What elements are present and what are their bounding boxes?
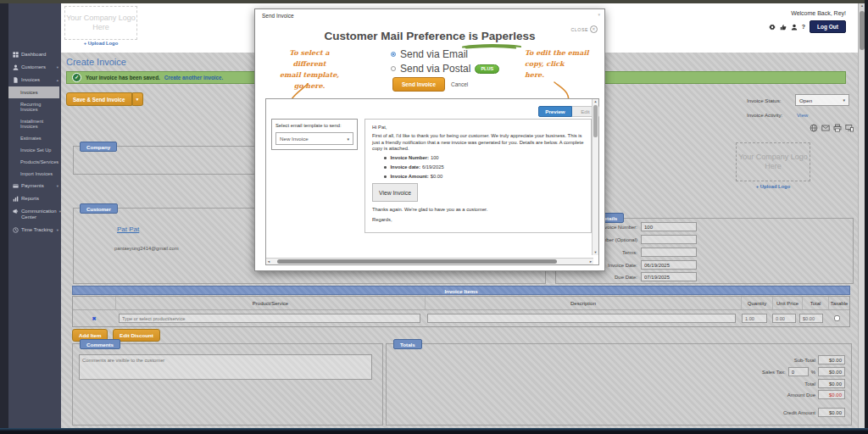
sidebar-item-label: Invoices [21,77,40,83]
description-input[interactable] [427,314,736,323]
chevron-down-icon: ▾ [57,227,58,233]
submenu-item-recurring-invoices[interactable]: Recurring Invoices [8,98,61,115]
invoice-activity-view-link[interactable]: View [797,112,808,118]
devices-icon[interactable] [845,124,854,132]
subtotal-value: $0.00 [818,355,845,364]
window-top-edge [0,0,868,3]
modal-resize-icon[interactable]: ▾ [598,12,600,17]
template-select-label: Select email template to send: [275,123,342,128]
sidebar-item-customers[interactable]: Customers ▾ [8,61,61,74]
email-icon[interactable] [821,124,830,132]
printer-icon[interactable] [833,124,842,132]
submenu-item-products-services[interactable]: Products/Services [8,156,61,168]
send-via-postal-option[interactable]: Send via Postal PLUS [391,63,499,75]
invoice-status-dropdown[interactable]: Open ▾ [795,94,849,106]
save-send-invoice-label[interactable]: Save & Send Invoice [66,92,132,106]
po-number-input[interactable] [641,235,697,244]
chevron-up-icon: ▴ [57,77,58,83]
person-icon[interactable] [791,24,798,31]
sidebar-item-payments[interactable]: Payments ▾ [8,180,61,192]
send-via-email-option[interactable]: Send via Email [391,48,499,60]
sales-tax-input[interactable] [788,367,809,376]
submenu-item-installment-invoices[interactable]: Installment Invoices [8,115,61,132]
quantity-input[interactable] [742,314,767,323]
submenu-item-estimates[interactable]: Estimates [8,132,61,144]
totals-section-tab: Totals [393,339,422,349]
cancel-link[interactable]: Cancel [451,81,468,87]
submenu-item-invoices[interactable]: Invoices [8,86,59,98]
radio-selected-icon[interactable] [391,52,396,57]
comments-section-box [72,343,383,426]
scrollbar-thumb[interactable] [277,259,557,264]
chevron-down-icon: ▾ [57,183,58,189]
preview-button[interactable]: Preview [538,106,572,117]
line-total-input[interactable] [799,314,823,323]
panel-horizontal-scrollbar[interactable]: ◄ ► [266,258,593,264]
success-message: Your invoice has been saved. [86,75,160,81]
template-dropdown[interactable]: New Invoice ▾ [275,132,353,145]
page-title: Create Invoice [66,57,126,67]
unit-price-column-header: Unit Price [773,297,803,309]
invoice-date-input[interactable] [641,260,697,270]
welcome-text: Welcome Back, Rey! [791,10,846,16]
submenu-item-import-invoices[interactable]: Import Invoices [8,168,61,180]
save-send-invoice-button[interactable]: Save & Send Invoice ▼ [66,92,143,106]
comments-section-tab: Comments [80,339,120,349]
sidebar-item-time-tracking[interactable]: Time Tracking ▾ [8,224,61,236]
thumbs-up-icon[interactable] [780,24,787,31]
quantity-column-header: Quantity [742,297,773,309]
window-right-edge [865,0,868,434]
template-select-box: Select email template to send: New Invoi… [271,119,358,150]
invoice-activity-label: Invoice Activity: [747,112,782,118]
upload-logo-link[interactable]: + Upload Logo [64,41,137,46]
help-icon[interactable]: ? [802,24,805,30]
sidebar-item-communication-center[interactable]: Communication Center ▾ [8,205,61,224]
create-another-invoice-link[interactable]: Create another invoice. [164,75,224,81]
logout-button[interactable]: Log Out [810,20,846,33]
invoice-upload-logo-link[interactable]: + Upload Logo [736,184,810,189]
sales-tax-value: $0.00 [818,367,845,376]
save-send-caret-icon[interactable]: ▼ [132,92,143,106]
total-column-header: Total [803,297,829,309]
sidebar-item-dashboard[interactable]: Dashboard [8,48,61,61]
app-window: Dashboard Customers ▾ Invoices ▴ Invoice… [0,0,868,434]
panel-vertical-scrollbar[interactable]: ▲ ▼ [592,99,598,255]
scrollbar-thumb[interactable] [593,105,598,137]
invoice-number-input[interactable] [641,222,697,231]
amount-due-label: Amount Due [787,392,815,398]
annotation-right: To edit the email copy, click here. [525,47,593,81]
sidebar: Dashboard Customers ▾ Invoices ▴ Invoice… [8,0,61,434]
product-service-input[interactable] [119,314,420,323]
plus-badge: PLUS [475,64,499,74]
submenu-item-invoice-set-up[interactable]: Invoice Set Up [8,144,61,156]
credit-amount-row: Credit Amount $0.00 [783,408,845,417]
sidebar-item-reports[interactable]: Reports [8,192,61,205]
modal-title: Send Invoice [262,13,294,19]
actions-column-header [73,297,116,309]
due-date-input[interactable] [641,272,697,281]
comments-textarea[interactable] [79,354,372,380]
unit-price-input[interactable] [772,314,796,323]
invoice-item-row: ✖ [73,310,849,326]
sidebar-item-label: Payments [21,183,44,189]
totals-section-box: Sub-Total $0.00 Sales Tax: % $0.00 Total… [386,343,852,426]
bar-chart-icon [13,196,19,202]
customer-name-link[interactable]: Pat Pat [117,225,139,233]
sidebar-item-invoices[interactable]: Invoices ▴ [8,74,61,86]
globe-icon[interactable] [810,124,818,132]
sidebar-item-label: Time Tracking [21,227,53,233]
invoice-status-value: Open [799,97,812,103]
megaphone-icon [13,209,19,214]
invoice-items-table: Product/Service Description Quantity Uni… [72,296,850,327]
delete-row-icon[interactable]: ✖ [92,315,96,321]
taxable-checkbox[interactable] [834,315,840,321]
terms-input[interactable] [641,248,697,257]
percent-sign: % [811,370,815,375]
send-invoice-button[interactable]: Send Invoice [392,77,445,92]
gear-icon[interactable] [769,24,776,31]
grid-icon [13,52,19,58]
chevron-down-icon: ▾ [59,209,61,214]
view-invoice-button[interactable]: View Invoice [372,183,418,202]
credit-amount-value: $0.00 [818,408,845,417]
radio-unselected-icon[interactable] [391,66,396,71]
